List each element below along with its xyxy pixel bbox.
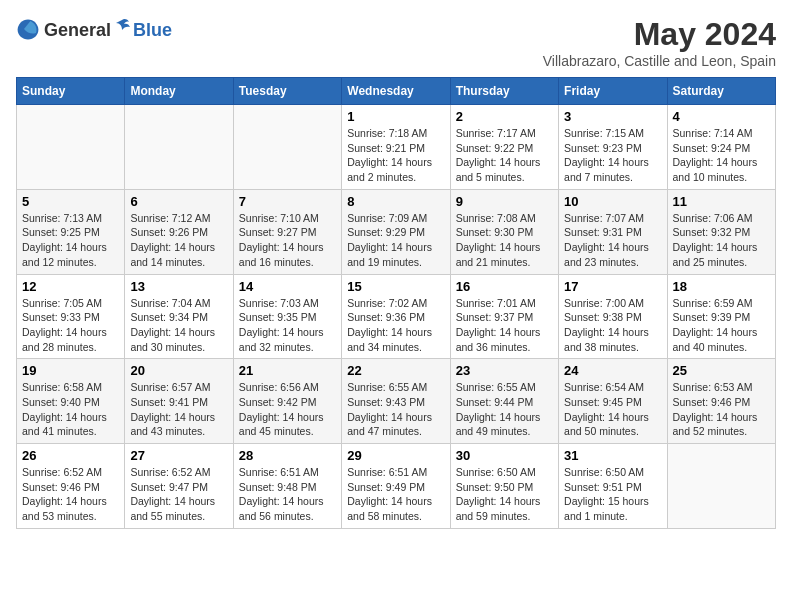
day-cell: 30Sunrise: 6:50 AM Sunset: 9:50 PM Dayli… bbox=[450, 444, 558, 529]
day-number: 24 bbox=[564, 363, 661, 378]
title-block: May 2024 Villabrazaro, Castille and Leon… bbox=[543, 16, 776, 69]
day-number: 2 bbox=[456, 109, 553, 124]
day-info: Sunrise: 7:00 AM Sunset: 9:38 PM Dayligh… bbox=[564, 296, 661, 355]
logo-blue: Blue bbox=[133, 20, 172, 41]
day-number: 22 bbox=[347, 363, 444, 378]
day-info: Sunrise: 6:54 AM Sunset: 9:45 PM Dayligh… bbox=[564, 380, 661, 439]
day-number: 26 bbox=[22, 448, 119, 463]
day-header-monday: Monday bbox=[125, 78, 233, 105]
day-info: Sunrise: 7:03 AM Sunset: 9:35 PM Dayligh… bbox=[239, 296, 336, 355]
day-cell: 16Sunrise: 7:01 AM Sunset: 9:37 PM Dayli… bbox=[450, 274, 558, 359]
day-number: 28 bbox=[239, 448, 336, 463]
day-info: Sunrise: 6:53 AM Sunset: 9:46 PM Dayligh… bbox=[673, 380, 770, 439]
day-cell: 4Sunrise: 7:14 AM Sunset: 9:24 PM Daylig… bbox=[667, 105, 775, 190]
day-number: 21 bbox=[239, 363, 336, 378]
day-number: 5 bbox=[22, 194, 119, 209]
day-number: 27 bbox=[130, 448, 227, 463]
day-cell: 22Sunrise: 6:55 AM Sunset: 9:43 PM Dayli… bbox=[342, 359, 450, 444]
day-cell: 31Sunrise: 6:50 AM Sunset: 9:51 PM Dayli… bbox=[559, 444, 667, 529]
day-cell: 8Sunrise: 7:09 AM Sunset: 9:29 PM Daylig… bbox=[342, 189, 450, 274]
day-cell bbox=[667, 444, 775, 529]
day-info: Sunrise: 7:08 AM Sunset: 9:30 PM Dayligh… bbox=[456, 211, 553, 270]
day-cell: 26Sunrise: 6:52 AM Sunset: 9:46 PM Dayli… bbox=[17, 444, 125, 529]
week-row-1: 1Sunrise: 7:18 AM Sunset: 9:21 PM Daylig… bbox=[17, 105, 776, 190]
day-info: Sunrise: 7:17 AM Sunset: 9:22 PM Dayligh… bbox=[456, 126, 553, 185]
week-row-5: 26Sunrise: 6:52 AM Sunset: 9:46 PM Dayli… bbox=[17, 444, 776, 529]
week-row-2: 5Sunrise: 7:13 AM Sunset: 9:25 PM Daylig… bbox=[17, 189, 776, 274]
day-number: 11 bbox=[673, 194, 770, 209]
day-info: Sunrise: 7:02 AM Sunset: 9:36 PM Dayligh… bbox=[347, 296, 444, 355]
main-title: May 2024 bbox=[543, 16, 776, 53]
day-info: Sunrise: 7:12 AM Sunset: 9:26 PM Dayligh… bbox=[130, 211, 227, 270]
day-info: Sunrise: 7:14 AM Sunset: 9:24 PM Dayligh… bbox=[673, 126, 770, 185]
day-info: Sunrise: 6:50 AM Sunset: 9:50 PM Dayligh… bbox=[456, 465, 553, 524]
day-number: 30 bbox=[456, 448, 553, 463]
logo: General Blue bbox=[16, 16, 172, 41]
day-cell: 27Sunrise: 6:52 AM Sunset: 9:47 PM Dayli… bbox=[125, 444, 233, 529]
day-number: 17 bbox=[564, 279, 661, 294]
day-header-sunday: Sunday bbox=[17, 78, 125, 105]
day-cell bbox=[233, 105, 341, 190]
day-number: 20 bbox=[130, 363, 227, 378]
day-number: 31 bbox=[564, 448, 661, 463]
day-number: 6 bbox=[130, 194, 227, 209]
day-cell: 20Sunrise: 6:57 AM Sunset: 9:41 PM Dayli… bbox=[125, 359, 233, 444]
day-cell: 9Sunrise: 7:08 AM Sunset: 9:30 PM Daylig… bbox=[450, 189, 558, 274]
day-header-friday: Friday bbox=[559, 78, 667, 105]
day-number: 23 bbox=[456, 363, 553, 378]
header-row: SundayMondayTuesdayWednesdayThursdayFrid… bbox=[17, 78, 776, 105]
day-info: Sunrise: 6:52 AM Sunset: 9:46 PM Dayligh… bbox=[22, 465, 119, 524]
day-cell bbox=[17, 105, 125, 190]
day-cell: 24Sunrise: 6:54 AM Sunset: 9:45 PM Dayli… bbox=[559, 359, 667, 444]
day-info: Sunrise: 6:55 AM Sunset: 9:44 PM Dayligh… bbox=[456, 380, 553, 439]
logo-icon bbox=[16, 17, 40, 41]
day-number: 29 bbox=[347, 448, 444, 463]
day-number: 18 bbox=[673, 279, 770, 294]
day-cell: 17Sunrise: 7:00 AM Sunset: 9:38 PM Dayli… bbox=[559, 274, 667, 359]
day-info: Sunrise: 6:52 AM Sunset: 9:47 PM Dayligh… bbox=[130, 465, 227, 524]
day-number: 25 bbox=[673, 363, 770, 378]
day-info: Sunrise: 7:13 AM Sunset: 9:25 PM Dayligh… bbox=[22, 211, 119, 270]
day-info: Sunrise: 7:09 AM Sunset: 9:29 PM Dayligh… bbox=[347, 211, 444, 270]
day-cell: 14Sunrise: 7:03 AM Sunset: 9:35 PM Dayli… bbox=[233, 274, 341, 359]
header: General Blue May 2024 Villabrazaro, Cast… bbox=[16, 16, 776, 69]
day-info: Sunrise: 7:05 AM Sunset: 9:33 PM Dayligh… bbox=[22, 296, 119, 355]
day-info: Sunrise: 7:18 AM Sunset: 9:21 PM Dayligh… bbox=[347, 126, 444, 185]
day-info: Sunrise: 7:01 AM Sunset: 9:37 PM Dayligh… bbox=[456, 296, 553, 355]
day-number: 14 bbox=[239, 279, 336, 294]
day-number: 1 bbox=[347, 109, 444, 124]
day-cell: 3Sunrise: 7:15 AM Sunset: 9:23 PM Daylig… bbox=[559, 105, 667, 190]
calendar-table: SundayMondayTuesdayWednesdayThursdayFrid… bbox=[16, 77, 776, 529]
day-number: 16 bbox=[456, 279, 553, 294]
day-cell: 23Sunrise: 6:55 AM Sunset: 9:44 PM Dayli… bbox=[450, 359, 558, 444]
day-cell: 11Sunrise: 7:06 AM Sunset: 9:32 PM Dayli… bbox=[667, 189, 775, 274]
day-info: Sunrise: 7:06 AM Sunset: 9:32 PM Dayligh… bbox=[673, 211, 770, 270]
day-number: 9 bbox=[456, 194, 553, 209]
day-number: 13 bbox=[130, 279, 227, 294]
day-cell: 28Sunrise: 6:51 AM Sunset: 9:48 PM Dayli… bbox=[233, 444, 341, 529]
day-header-tuesday: Tuesday bbox=[233, 78, 341, 105]
day-header-wednesday: Wednesday bbox=[342, 78, 450, 105]
day-info: Sunrise: 6:50 AM Sunset: 9:51 PM Dayligh… bbox=[564, 465, 661, 524]
day-number: 12 bbox=[22, 279, 119, 294]
week-row-3: 12Sunrise: 7:05 AM Sunset: 9:33 PM Dayli… bbox=[17, 274, 776, 359]
day-info: Sunrise: 7:07 AM Sunset: 9:31 PM Dayligh… bbox=[564, 211, 661, 270]
day-cell: 7Sunrise: 7:10 AM Sunset: 9:27 PM Daylig… bbox=[233, 189, 341, 274]
day-info: Sunrise: 6:57 AM Sunset: 9:41 PM Dayligh… bbox=[130, 380, 227, 439]
logo-bird-icon bbox=[112, 16, 132, 36]
day-cell: 6Sunrise: 7:12 AM Sunset: 9:26 PM Daylig… bbox=[125, 189, 233, 274]
day-number: 3 bbox=[564, 109, 661, 124]
day-cell: 21Sunrise: 6:56 AM Sunset: 9:42 PM Dayli… bbox=[233, 359, 341, 444]
day-number: 10 bbox=[564, 194, 661, 209]
day-number: 19 bbox=[22, 363, 119, 378]
day-info: Sunrise: 6:58 AM Sunset: 9:40 PM Dayligh… bbox=[22, 380, 119, 439]
day-cell: 18Sunrise: 6:59 AM Sunset: 9:39 PM Dayli… bbox=[667, 274, 775, 359]
week-row-4: 19Sunrise: 6:58 AM Sunset: 9:40 PM Dayli… bbox=[17, 359, 776, 444]
day-info: Sunrise: 6:59 AM Sunset: 9:39 PM Dayligh… bbox=[673, 296, 770, 355]
day-header-saturday: Saturday bbox=[667, 78, 775, 105]
day-info: Sunrise: 6:51 AM Sunset: 9:48 PM Dayligh… bbox=[239, 465, 336, 524]
day-header-thursday: Thursday bbox=[450, 78, 558, 105]
day-cell: 13Sunrise: 7:04 AM Sunset: 9:34 PM Dayli… bbox=[125, 274, 233, 359]
day-number: 4 bbox=[673, 109, 770, 124]
day-info: Sunrise: 7:15 AM Sunset: 9:23 PM Dayligh… bbox=[564, 126, 661, 185]
